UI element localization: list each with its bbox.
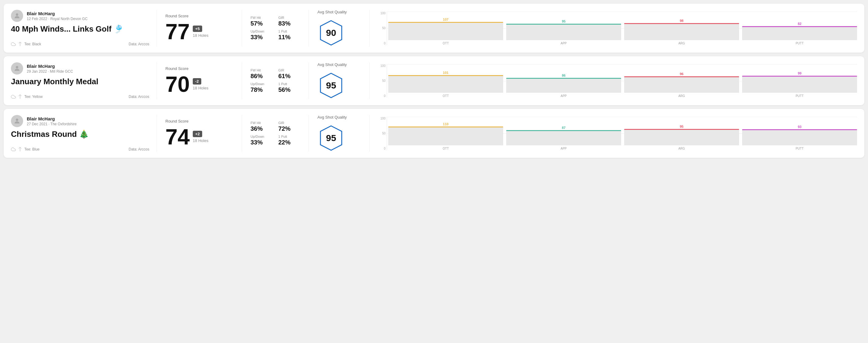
fw-hit-value: 36% <box>250 125 272 132</box>
gir-label: GIR <box>278 16 300 20</box>
round-score-label: Round Score <box>165 14 233 18</box>
gir-value: 72% <box>278 125 300 132</box>
tee-label: Tee: Black <box>24 42 41 46</box>
user-name: Blair McHarg <box>27 63 73 69</box>
hexagon-score: 90 <box>326 28 336 38</box>
round-title: 40 Mph Winds... Links Golf 🎐 <box>11 24 149 34</box>
stats-section: FW Hit 86% GIR 61% Up/Down 78% 1 Putt 56… <box>242 62 309 99</box>
stats-grid: FW Hit 36% GIR 72% Up/Down 33% 1 Putt 22… <box>250 121 300 146</box>
fw-hit-label: FW Hit <box>250 16 272 20</box>
fw-hit-label: FW Hit <box>250 68 272 72</box>
user-name: Blair McHarg <box>27 11 88 17</box>
data-source: Data: Arccos <box>129 42 149 46</box>
bottom-info: Tee: Blue Data: Arccos <box>11 147 149 152</box>
avg-shot-quality-section: Avg Shot Quality 90 <box>309 10 370 46</box>
gir-stat: GIR 83% <box>278 16 300 27</box>
one-putt-value: 56% <box>278 86 300 93</box>
gir-stat: GIR 72% <box>278 121 300 132</box>
score-row: 70 -2 18 Holes <box>165 73 233 95</box>
user-info: Blair McHarg 27 Dec 2021 · The Oxfordshi… <box>11 115 149 127</box>
round-score-label: Round Score <box>165 119 233 123</box>
round-card-round2: Blair McHarg 29 Jan 2022 · Mill Ride GCC… <box>4 56 864 105</box>
score-badge-group: -2 18 Holes <box>193 78 208 90</box>
up-down-stat: Up/Down 78% <box>250 82 272 93</box>
hexagon-container: 95 <box>317 72 345 99</box>
hexagon-container: 95 <box>317 124 345 152</box>
tee-icon <box>18 147 23 152</box>
chart-column-app: 95 APP <box>506 20 621 45</box>
round-left-section: Blair McHarg 29 Jan 2022 · Mill Ride GCC… <box>11 62 157 99</box>
cloud-icon <box>11 147 16 152</box>
chart-column-ott: 107 OTT <box>388 18 503 45</box>
big-score: 77 <box>165 21 190 42</box>
up-down-label: Up/Down <box>250 82 272 86</box>
svg-point-6 <box>16 119 18 121</box>
up-down-value: 33% <box>250 139 272 146</box>
data-source: Data: Arccos <box>129 95 149 99</box>
chart-section: 100 50 0 107 OTT 95 <box>370 10 857 46</box>
stats-section: FW Hit 36% GIR 72% Up/Down 33% 1 Putt 22… <box>242 115 309 152</box>
fw-hit-value: 57% <box>250 20 272 27</box>
user-date-course: 29 Jan 2022 · Mill Ride GCC <box>27 69 73 73</box>
tee-label: Tee: Blue <box>24 147 39 151</box>
big-score: 70 <box>165 73 190 95</box>
user-info: Blair McHarg 12 Feb 2022 · Royal North D… <box>11 10 149 22</box>
round-card-round3: Blair McHarg 27 Dec 2021 · The Oxfordshi… <box>4 109 864 158</box>
user-details: Blair McHarg 12 Feb 2022 · Royal North D… <box>27 11 88 21</box>
one-putt-label: 1 Putt <box>278 135 300 138</box>
svg-point-0 <box>16 13 18 16</box>
score-row: 77 +5 18 Holes <box>165 21 233 42</box>
score-badge: +5 <box>193 26 202 32</box>
fw-hit-label: FW Hit <box>250 121 272 125</box>
hexagon: 95 <box>317 124 345 152</box>
round-card-round1: Blair McHarg 12 Feb 2022 · Royal North D… <box>4 4 864 53</box>
gir-stat: GIR 61% <box>278 68 300 80</box>
tee-icon <box>18 94 23 99</box>
hexagon: 95 <box>317 72 345 99</box>
fw-hit-stat: FW Hit 57% <box>250 16 272 27</box>
avg-shot-quality-label: Avg Shot Quality <box>317 62 347 67</box>
one-putt-stat: 1 Putt 11% <box>278 30 300 41</box>
score-holes: 18 Holes <box>193 33 208 38</box>
gir-label: GIR <box>278 121 300 125</box>
avatar <box>11 115 23 127</box>
up-down-value: 33% <box>250 34 272 41</box>
user-icon <box>13 117 21 125</box>
user-date-course: 12 Feb 2022 · Royal North Devon GC <box>27 17 88 21</box>
one-putt-label: 1 Putt <box>278 30 300 33</box>
one-putt-value: 22% <box>278 139 300 146</box>
up-down-value: 78% <box>250 86 272 93</box>
tee-info: Tee: Black <box>11 42 41 46</box>
round-score-section: Round Score 74 +2 18 Holes <box>157 115 242 152</box>
avg-shot-quality-section: Avg Shot Quality 95 <box>309 62 370 99</box>
user-details: Blair McHarg 27 Dec 2021 · The Oxfordshi… <box>27 116 76 126</box>
chart-column-arg: 98 ARG <box>624 19 739 45</box>
score-badge-group: +2 18 Holes <box>193 131 208 143</box>
avatar <box>11 62 23 74</box>
score-badge: +2 <box>193 131 202 137</box>
one-putt-stat: 1 Putt 56% <box>278 82 300 93</box>
avg-shot-quality-label: Avg Shot Quality <box>317 10 347 14</box>
chart-column-putt: 93 PUTT <box>742 125 857 150</box>
up-down-label: Up/Down <box>250 135 272 138</box>
round-score-section: Round Score 70 -2 18 Holes <box>157 62 242 99</box>
stats-grid: FW Hit 86% GIR 61% Up/Down 78% 1 Putt 56… <box>250 68 300 93</box>
gir-label: GIR <box>278 68 300 72</box>
chart-section: 100 50 0 101 OTT 86 <box>370 62 857 99</box>
chart-section: 100 50 0 110 OTT 87 <box>370 115 857 152</box>
svg-point-3 <box>16 66 18 68</box>
gir-value: 83% <box>278 20 300 27</box>
score-badge-group: +5 18 Holes <box>193 26 208 38</box>
chart-column-putt: 82 PUTT <box>742 22 857 45</box>
cloud-icon <box>11 42 16 46</box>
bottom-info: Tee: Black Data: Arccos <box>11 42 149 46</box>
user-icon <box>13 65 21 72</box>
fw-hit-stat: FW Hit 86% <box>250 68 272 80</box>
tee-info: Tee: Yellow <box>11 94 42 99</box>
big-score: 74 <box>165 126 190 148</box>
score-row: 74 +2 18 Holes <box>165 126 233 148</box>
tee-label: Tee: Yellow <box>24 95 42 99</box>
avatar <box>11 10 23 22</box>
hexagon-score: 95 <box>326 133 336 143</box>
one-putt-value: 11% <box>278 34 300 41</box>
